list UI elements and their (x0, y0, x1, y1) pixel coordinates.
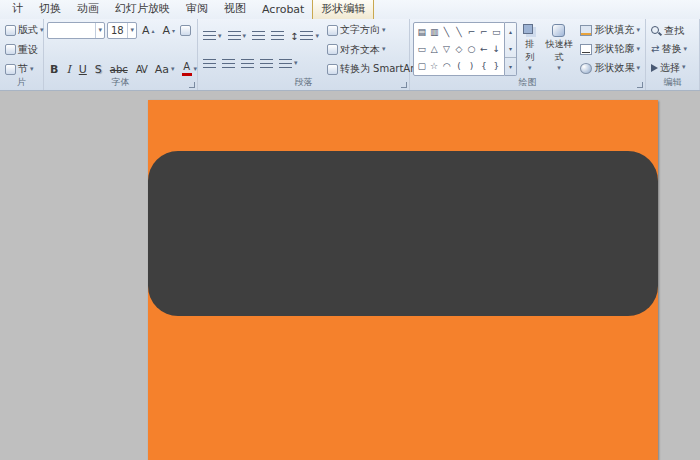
editing-group-label: 编辑 (646, 76, 699, 89)
font-dialog-launcher-icon[interactable] (189, 82, 195, 88)
find-label: 查找 (664, 24, 684, 38)
shape-icon[interactable]: ▭ (491, 26, 502, 39)
shrink-font-button[interactable]: A▾ (160, 24, 179, 37)
arrange-button[interactable]: 排列 ▾ (520, 22, 540, 74)
shape-icon[interactable]: ▭ (416, 42, 427, 55)
drawing-dialog-launcher-icon[interactable] (637, 82, 643, 88)
shape-effects-button[interactable]: 形状效果 ▾ (578, 60, 642, 76)
text-shadow-button[interactable]: S (92, 63, 105, 76)
shape-outline-button[interactable]: 形状轮廓 ▾ (578, 41, 642, 57)
font-color-letter: A (183, 62, 190, 72)
font-name-combo[interactable]: ▾ (47, 22, 105, 39)
italic-button[interactable]: I (63, 63, 73, 76)
layout-button[interactable]: 版式 ▾ (3, 22, 40, 38)
group-editing: 查找 ⇄ 替换 ▾ 选择 ▾ 编辑 (646, 19, 700, 90)
shape-gallery-row: ▢☆◠(){} (416, 59, 502, 72)
smartart-icon (327, 64, 338, 75)
font-color-icon: A (182, 62, 192, 76)
align-right-button[interactable] (239, 58, 256, 70)
slide-canvas[interactable] (0, 92, 700, 460)
change-case-button[interactable]: Aa ▾ (152, 63, 178, 76)
grow-font-label: A (142, 24, 150, 37)
shape-icon[interactable]: ⌐ (466, 26, 477, 39)
shape-icon[interactable]: △ (428, 42, 439, 55)
increase-indent-icon (271, 31, 284, 41)
shape-gallery-row: ▭△▽◇○←↓ (416, 42, 502, 55)
dropdown-arrow-icon: ▾ (315, 33, 319, 40)
shape-fill-button[interactable]: 形状填充 ▾ (578, 22, 642, 38)
shape-icon[interactable]: ⌐ (478, 26, 489, 39)
line-spacing-button[interactable]: ↕▾ (288, 30, 321, 43)
shape-icon[interactable]: ◠ (441, 59, 452, 72)
bullets-button[interactable]: ▾ (201, 30, 224, 42)
group-slides: 版式 ▾ 重设 节 ▾ 片 (0, 19, 44, 90)
shape-icon[interactable]: ( (453, 59, 464, 72)
shape-outline-icon (580, 44, 592, 55)
tab-review[interactable]: 审阅 (178, 0, 216, 19)
slide[interactable] (148, 100, 658, 460)
gallery-scroll-up-icon[interactable]: ▴ (505, 23, 516, 40)
chevron-down-icon[interactable]: ▾ (95, 23, 104, 38)
increase-indent-button[interactable] (269, 30, 286, 42)
clear-formatting-icon[interactable] (180, 25, 191, 36)
shape-icon[interactable]: ▥ (428, 26, 439, 39)
tab-design[interactable]: 计 (4, 0, 31, 19)
gallery-scroll-down-icon[interactable]: ▾ (505, 40, 516, 57)
tab-slideshow[interactable]: 幻灯片放映 (107, 0, 178, 19)
shape-icon[interactable]: ▢ (416, 59, 427, 72)
columns-icon (279, 59, 292, 69)
bold-button[interactable]: B (47, 63, 61, 76)
rounded-rectangle-shape[interactable] (148, 151, 658, 316)
justify-icon (260, 59, 273, 69)
tab-view[interactable]: 视图 (216, 0, 254, 19)
dropdown-arrow-icon: ▾ (294, 60, 298, 67)
justify-button[interactable] (258, 58, 275, 70)
shape-icon[interactable]: ○ (466, 42, 477, 55)
group-paragraph: ▾ ▾ ↕▾ ▾ (198, 19, 410, 90)
shape-icon[interactable]: ◇ (453, 42, 464, 55)
dropdown-arrow-icon: ▾ (218, 33, 222, 40)
dropdown-arrow-icon: ▾ (683, 46, 687, 53)
strikethrough-button[interactable]: abc (107, 64, 131, 75)
quick-styles-button[interactable]: 快速样式 ▾ (543, 22, 576, 74)
chevron-down-icon[interactable]: ▾ (127, 23, 136, 38)
gallery-more-icon[interactable]: ▾ (505, 57, 516, 75)
slides-group-label: 片 (0, 76, 43, 89)
section-button[interactable]: 节 ▾ (3, 61, 40, 77)
shape-icon[interactable]: } (491, 59, 502, 72)
align-left-button[interactable] (201, 58, 218, 70)
font-color-button[interactable]: A ▾ (180, 61, 200, 77)
group-drawing: ▤▥╲╲⌐⌐▭ ▭△▽◇○←↓ ▢☆◠(){} ▴ ▾ ▾ 排列 ▾ (410, 19, 646, 90)
shape-icon[interactable]: ☆ (428, 59, 439, 72)
shape-icon[interactable]: ╲ (441, 26, 452, 39)
reset-button[interactable]: 重设 (3, 42, 40, 58)
dropdown-arrow-icon: ▾ (171, 66, 175, 73)
dropdown-arrow-icon: ▾ (528, 65, 532, 72)
arrange-icon (523, 24, 533, 34)
select-label: 选择 (660, 61, 680, 75)
shape-icon[interactable]: ▤ (416, 26, 427, 39)
shape-icon[interactable]: ← (478, 42, 489, 55)
underline-button[interactable]: U (76, 63, 90, 76)
shape-icon[interactable]: { (478, 59, 489, 72)
dropdown-arrow-icon: ▾ (243, 33, 247, 40)
find-button[interactable]: 查找 (649, 23, 696, 39)
columns-button[interactable]: ▾ (277, 58, 300, 70)
shape-icon[interactable]: ↓ (491, 42, 502, 55)
decrease-indent-button[interactable] (250, 30, 267, 42)
grow-font-button[interactable]: A▴ (139, 24, 158, 37)
tab-acrobat[interactable]: Acrobat (254, 1, 312, 19)
replace-button[interactable]: ⇄ 替换 ▾ (649, 41, 696, 57)
align-center-button[interactable] (220, 58, 237, 70)
character-spacing-button[interactable]: AV (133, 64, 150, 75)
shape-icon[interactable]: ) (466, 59, 477, 72)
numbering-button[interactable]: ▾ (226, 30, 249, 42)
tab-shape-edit[interactable]: 形状编辑 (312, 0, 374, 19)
paragraph-dialog-launcher-icon[interactable] (401, 82, 407, 88)
select-button[interactable]: 选择 ▾ (649, 60, 696, 76)
shape-icon[interactable]: ▽ (441, 42, 452, 55)
tab-animations[interactable]: 动画 (69, 0, 107, 19)
shape-icon[interactable]: ╲ (453, 26, 464, 39)
font-size-combo[interactable]: 18 ▾ (107, 22, 137, 39)
tab-transitions[interactable]: 切换 (31, 0, 69, 19)
